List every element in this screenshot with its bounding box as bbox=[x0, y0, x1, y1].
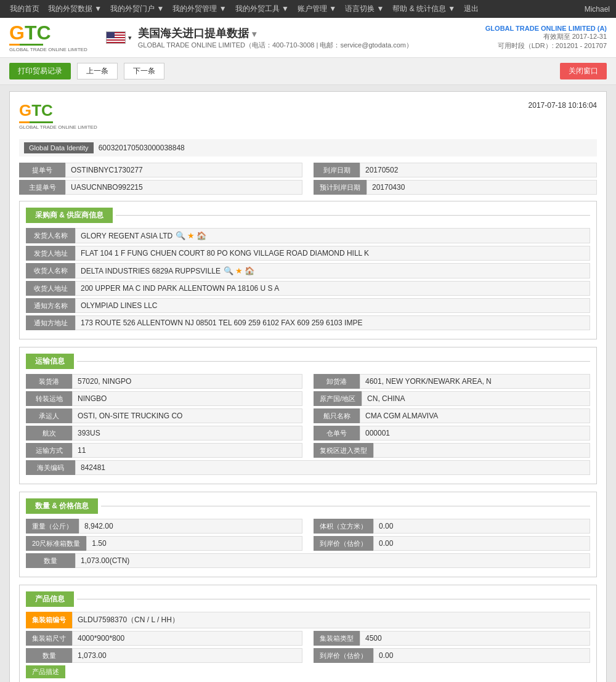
print-button-top[interactable]: 打印贸易记录 bbox=[9, 63, 71, 79]
account-name: GLOBAL TRADE ONLINE LIMITED (A) bbox=[485, 25, 607, 32]
loading-port-label: 装货港 bbox=[26, 374, 72, 389]
nav-management[interactable]: 我的外贸管理 ▼ bbox=[169, 2, 230, 15]
spacer9 bbox=[305, 536, 311, 551]
account-ldr: 可用时段（LDR）: 201201 - 201707 bbox=[485, 41, 607, 51]
product-qty-item: 数量 1,073.00 bbox=[26, 648, 302, 663]
container-type-label: 集装箱类型 bbox=[314, 631, 360, 646]
card-logo: GTC GLOBAL TRADE ONLINE LIMITED bbox=[19, 101, 97, 130]
qp-header: 数量 & 价格信息 bbox=[26, 498, 590, 514]
container-badge-value: GLDU7598370（CN / L / HH） bbox=[72, 612, 590, 628]
transport-divider bbox=[77, 361, 590, 362]
shipper-addr-value: FLAT 104 1 F FUNG CHUEN COURT 80 PO KONG… bbox=[75, 246, 590, 261]
product-price-value: 0.00 bbox=[373, 648, 590, 663]
main-content: GTC GLOBAL TRADE ONLINE LIMITED 2017-07-… bbox=[0, 85, 616, 682]
nav-portal[interactable]: 我的外贸门户 ▼ bbox=[107, 2, 168, 15]
transport-row-4: 航次 393US 仓单号 000001 bbox=[26, 426, 590, 440]
shipper-icons: 🔍 ★ 🏠 bbox=[176, 231, 206, 240]
notify-addr-label: 通知方地址 bbox=[26, 315, 75, 330]
bill-number-item: 提单号 OSTINBNYC1730277 bbox=[19, 163, 302, 177]
card-logo-g: G bbox=[19, 101, 31, 120]
arrival-date-item: 到岸日期 20170502 bbox=[314, 163, 597, 177]
document-card: GTC GLOBAL TRADE ONLINE LIMITED 2017-07-… bbox=[9, 91, 607, 682]
master-bill-label: 主提单号 bbox=[19, 180, 65, 195]
card-logo-sub: GLOBAL TRADE ONLINE LIMITED bbox=[19, 124, 97, 130]
notify-addr-value: 173 ROUTE 526 ALLENTOWN NJ 08501 TEL 609… bbox=[75, 315, 590, 330]
transport-header: 运输信息 bbox=[26, 354, 590, 369]
loading-port-item: 装货港 57020, NINGPO bbox=[26, 374, 302, 389]
nav-language[interactable]: 语言切换 ▼ bbox=[341, 2, 387, 15]
transport-mode-label: 运输方式 bbox=[26, 443, 72, 458]
qp-divider bbox=[101, 506, 590, 506]
title-dropdown-icon[interactable]: ▾ bbox=[252, 29, 256, 39]
company-info: GLOBAL TRADE ONLINE LIMITED（电话：400-710-3… bbox=[138, 41, 485, 50]
carrier-value: OSTI, ON-SITE TRUCKING CO bbox=[72, 408, 302, 423]
bill-rows: 提单号 OSTINBNYC1730277 到岸日期 20170502 主提单号 … bbox=[19, 163, 597, 195]
shipper-search-icon[interactable]: 🔍 bbox=[176, 231, 185, 240]
volume-label: 体积（立方米） bbox=[314, 519, 373, 534]
qp-title: 数量 & 价格信息 bbox=[26, 498, 98, 514]
card-datetime: 2017-07-18 10:16:04 bbox=[529, 101, 597, 110]
nav-account[interactable]: 账户管理 ▼ bbox=[294, 2, 340, 15]
product-section: 产品信息 集装箱编号 GLDU7598370（CN / L / HH） 集装箱尺… bbox=[19, 585, 597, 682]
nav-home[interactable]: 我的首页 bbox=[6, 2, 43, 15]
logo-underline bbox=[9, 44, 43, 46]
warehouse-value: 000001 bbox=[360, 426, 590, 440]
spacer bbox=[305, 163, 311, 177]
qp-row-1: 重量（公斤） 8,942.00 体积（立方米） 0.00 bbox=[26, 519, 590, 534]
container-size-value: 4000*900*800 bbox=[72, 631, 302, 646]
transport-row-5: 运输方式 11 复税区进入类型 bbox=[26, 443, 590, 458]
spacer10 bbox=[305, 631, 311, 646]
account-info: GLOBAL TRADE ONLINE LIMITED (A) 有效期至 201… bbox=[485, 25, 607, 51]
free-zone-label: 复税区进入类型 bbox=[314, 443, 373, 458]
consignee-addr-label: 收货人地址 bbox=[26, 281, 75, 296]
shipper-star-icon[interactable]: ★ bbox=[187, 231, 195, 240]
flag-dropdown[interactable]: ▾ bbox=[106, 31, 132, 44]
consignee-star-icon[interactable]: ★ bbox=[235, 266, 243, 275]
flag-dropdown-arrow[interactable]: ▾ bbox=[128, 34, 132, 42]
identity-row: Global Data Identity 6003201705030000388… bbox=[19, 139, 597, 156]
product-qty-label: 数量 bbox=[26, 648, 72, 663]
arrival-date-label: 到岸日期 bbox=[314, 163, 360, 177]
consignee-name-value: DELTA INDUSTRIES 6829A RUPPSVILLE 🔍 ★ 🏠 bbox=[75, 263, 590, 278]
page-title: 美国海关进口提单数据 ▾ bbox=[138, 26, 485, 41]
logo-g: G bbox=[9, 23, 25, 43]
title-area: 美国海关进口提单数据 ▾ GLOBAL TRADE ONLINE LIMITED… bbox=[138, 26, 485, 50]
nav-data[interactable]: 我的外贸数据 ▼ bbox=[44, 2, 105, 15]
transport-row-3: 承运人 OSTI, ON-SITE TRUCKING CO 船只名称 CMA C… bbox=[26, 408, 590, 423]
master-bill-item: 主提单号 UASUCNNBO992215 bbox=[19, 180, 302, 195]
container-badge-label: 集装箱编号 bbox=[26, 612, 72, 628]
prev-button-top[interactable]: 上一条 bbox=[77, 63, 118, 79]
identity-value: 600320170503000038848 bbox=[99, 144, 185, 152]
loading-port-value: 57020, NINGPO bbox=[72, 374, 302, 389]
buyer-supplier-section: 采购商 & 供应商信息 发货人名称 GLORY REGENT ASIA LTD … bbox=[19, 201, 597, 339]
buyer-supplier-title: 采购商 & 供应商信息 bbox=[26, 208, 113, 223]
shipper-addr-label: 发货人地址 bbox=[26, 246, 75, 261]
shipper-addr-row: 发货人地址 FLAT 104 1 F FUNG CHUEN COURT 80 P… bbox=[26, 246, 590, 261]
origin-item: 原产国/地区 CN, CHINA bbox=[314, 391, 590, 406]
warehouse-item: 仓单号 000001 bbox=[314, 426, 590, 440]
close-button-top[interactable]: 关闭窗口 bbox=[560, 63, 607, 79]
transit-item: 转装运地 NINGBO bbox=[26, 391, 302, 406]
spacer2 bbox=[305, 180, 311, 195]
product-header: 产品信息 bbox=[26, 591, 590, 607]
consignee-home-icon[interactable]: 🏠 bbox=[245, 266, 254, 275]
container-size-item: 集装箱尺寸 4000*900*800 bbox=[26, 631, 302, 646]
nav-logout[interactable]: 退出 bbox=[460, 2, 482, 15]
nav-tools[interactable]: 我的外贸工具 ▼ bbox=[232, 2, 293, 15]
consignee-search-icon[interactable]: 🔍 bbox=[224, 266, 233, 275]
arrival-price-item: 到岸价（估价） 0.00 bbox=[314, 536, 590, 551]
nav-help[interactable]: 帮助 & 统计信息 ▼ bbox=[389, 2, 459, 15]
shipper-name-row: 发货人名称 GLORY REGENT ASIA LTD 🔍 ★ 🏠 bbox=[26, 228, 590, 243]
next-button-top[interactable]: 下一条 bbox=[124, 63, 164, 79]
arrival-price-value: 0.00 bbox=[373, 536, 590, 551]
transport-mode-item: 运输方式 11 bbox=[26, 443, 302, 458]
consignee-icons: 🔍 ★ 🏠 bbox=[224, 266, 254, 275]
free-zone-item: 复税区进入类型 bbox=[314, 443, 590, 458]
nav-items: 我的首页 我的外贸数据 ▼ 我的外贸门户 ▼ 我的外贸管理 ▼ 我的外贸工具 ▼… bbox=[6, 2, 482, 15]
expected-arrival-value: 20170430 bbox=[367, 180, 597, 195]
volume-value: 0.00 bbox=[373, 519, 590, 534]
expected-arrival-item: 预计到岸日期 20170430 bbox=[314, 180, 597, 195]
arrival-date-value: 20170502 bbox=[360, 163, 597, 177]
shipper-home-icon[interactable]: 🏠 bbox=[197, 231, 206, 240]
shipper-name-value: GLORY REGENT ASIA LTD 🔍 ★ 🏠 bbox=[75, 228, 590, 243]
